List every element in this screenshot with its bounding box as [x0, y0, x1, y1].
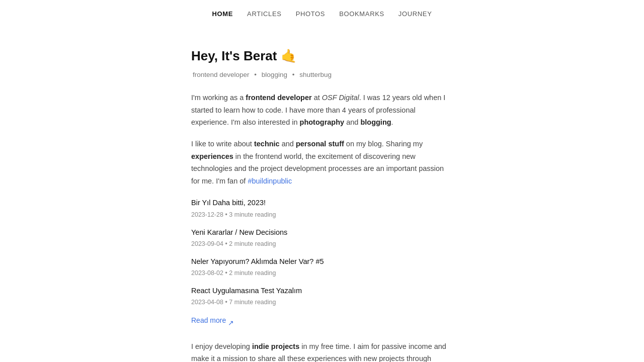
subtitle-part-2: blogging — [262, 71, 287, 78]
bio-p1-and: and — [344, 118, 360, 126]
article-title-2[interactable]: Yeni Kararlar / New Decisions — [191, 227, 453, 238]
bio-bold-blogging: blogging — [360, 118, 391, 126]
main-content: Hey, It's Berat 🤙 frontend developer • b… — [181, 26, 463, 362]
article-meta-4: 2023-04-08 • 7 minute reading — [191, 297, 453, 307]
hero-title: Hey, It's Berat 🤙 — [191, 46, 453, 67]
nav-journey[interactable]: JOURNEY — [398, 9, 432, 20]
bio-paragraph-2: I like to write about technic and person… — [191, 138, 453, 188]
article-reading-4: 7 minute reading — [229, 299, 276, 306]
subtitle-part-1: frontend developer — [193, 71, 250, 78]
bio-bold-technic: technic — [254, 140, 280, 148]
bio-p1-end: . — [391, 118, 393, 126]
external-link-icon: ↗ — [228, 317, 234, 324]
article-title-4[interactable]: React Uygulamasına Test Yazalım — [191, 285, 453, 297]
article-date-4: 2023-04-08 — [191, 299, 223, 306]
article-item-3: Neler Yapıyorum? Aklımda Neler Var? #5 2… — [191, 256, 453, 278]
projects-section: I enjoy developing indie projects in my … — [191, 340, 453, 362]
bio-bold-frontend: frontend developer — [246, 94, 311, 102]
article-date-2: 2023-09-04 — [191, 240, 223, 247]
article-item-1: Bir Yıl Daha bitti, 2023! 2023-12-28 • 3… — [191, 197, 453, 219]
bio-bold-personal: personal stuff — [296, 140, 344, 148]
bio-paragraph-1: I'm working as a frontend developer at O… — [191, 92, 453, 129]
nav-bookmarks[interactable]: BOOKMARKS — [339, 9, 384, 20]
bio-bold-photography: photography — [300, 118, 345, 126]
subtitle-dot-1: • — [254, 71, 257, 78]
bio-p2-and: and — [280, 140, 296, 148]
projects-intro: I enjoy developing indie projects in my … — [191, 340, 453, 362]
main-nav: HOME ARTICLES PHOTOS BOOKMARKS JOURNEY — [0, 0, 644, 26]
bio-p2-prefix: I like to write about — [191, 140, 254, 148]
article-item-2: Yeni Kararlar / New Decisions 2023-09-04… — [191, 227, 453, 249]
bio-p2-mid: on my blog. Sharing my — [344, 140, 423, 148]
article-meta-2: 2023-09-04 • 2 minute reading — [191, 239, 453, 249]
article-reading-1: 3 minute reading — [229, 211, 276, 218]
article-meta-3: 2023-08-02 • 2 minute reading — [191, 268, 453, 278]
read-more-link[interactable]: Read more ↗ — [191, 315, 234, 326]
hero-subtitle: frontend developer • blogging • shutterb… — [191, 69, 453, 80]
article-reading-2: 2 minute reading — [229, 240, 276, 247]
hashtag-buildinpublic-1[interactable]: #buildinpublic — [248, 177, 292, 185]
nav-home[interactable]: HOME — [212, 9, 233, 20]
article-reading-3: 2 minute reading — [229, 269, 276, 277]
bio-p1-at: at — [312, 94, 322, 102]
subtitle-dot-2: • — [292, 71, 295, 78]
article-date-3: 2023-08-02 — [191, 269, 223, 277]
projects-bold: indie projects — [252, 342, 299, 350]
bio-p1-prefix: I'm working as a — [191, 94, 246, 102]
read-more-label: Read more — [191, 315, 226, 326]
projects-intro-prefix: I enjoy developing — [191, 342, 252, 350]
article-title-3[interactable]: Neler Yapıyorum? Aklımda Neler Var? #5 — [191, 256, 453, 267]
article-date-1: 2023-12-28 — [191, 211, 223, 218]
nav-articles[interactable]: ARTICLES — [247, 9, 282, 20]
bio-osf: OSF Digital — [322, 94, 359, 102]
subtitle-part-3: shutterbug — [299, 71, 332, 78]
article-item-4: React Uygulamasına Test Yazalım 2023-04-… — [191, 285, 453, 307]
article-title-1[interactable]: Bir Yıl Daha bitti, 2023! — [191, 197, 453, 209]
nav-photos[interactable]: PHOTOS — [296, 9, 326, 20]
articles-list: Bir Yıl Daha bitti, 2023! 2023-12-28 • 3… — [191, 197, 453, 307]
article-meta-1: 2023-12-28 • 3 minute reading — [191, 210, 453, 220]
bio-bold-experiences: experiences — [191, 152, 233, 160]
